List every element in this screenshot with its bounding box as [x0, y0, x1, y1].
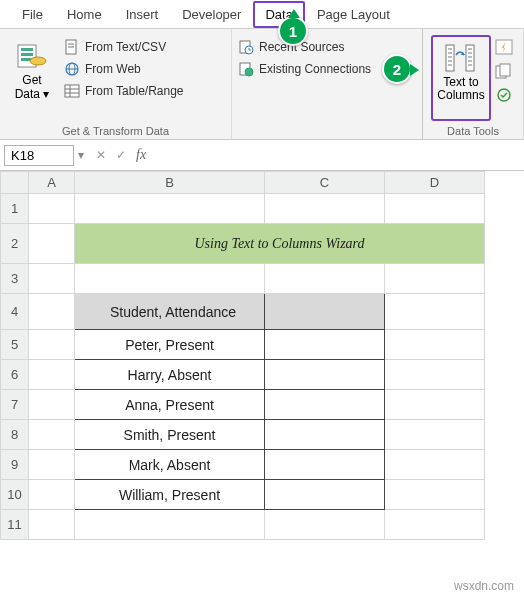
text-to-columns-icon [444, 43, 478, 73]
svg-rect-2 [21, 53, 33, 56]
group-get-transform: Get Data ▾ From Text/CSV From Web From T… [0, 29, 232, 139]
row-header[interactable]: 3 [1, 264, 29, 294]
cell[interactable]: Anna, Present [75, 390, 265, 420]
fx-icon[interactable]: fx [136, 147, 146, 163]
group-get-transform-2: Recent Sources Existing Connections [232, 29, 423, 139]
row-header[interactable]: 5 [1, 330, 29, 360]
group-label-get-transform: Get & Transform Data [0, 125, 231, 137]
tab-insert[interactable]: Insert [114, 1, 171, 28]
cell[interactable] [265, 360, 385, 390]
recent-icon [238, 39, 254, 55]
svg-rect-33 [500, 64, 510, 76]
row-header[interactable]: 8 [1, 420, 29, 450]
from-web-button[interactable]: From Web [64, 61, 184, 77]
enter-formula-icon[interactable]: ✓ [116, 148, 126, 162]
row-header[interactable]: 1 [1, 194, 29, 224]
data-validation-icon[interactable] [495, 87, 515, 105]
ribbon-tabs: File Home Insert Developer Data Page Lay… [0, 0, 524, 29]
chevron-down-icon: ▾ [43, 87, 49, 101]
group-data-tools: Text to Columns Data Tools [423, 29, 524, 139]
row-header[interactable]: 2 [1, 224, 29, 264]
cell[interactable] [265, 450, 385, 480]
cell[interactable] [265, 480, 385, 510]
col-header-C[interactable]: C [265, 172, 385, 194]
callout-1: 1 [278, 16, 308, 46]
name-box[interactable]: K18 [4, 145, 74, 166]
chevron-down-icon[interactable]: ▾ [78, 148, 84, 162]
tab-developer[interactable]: Developer [170, 1, 253, 28]
select-all-cell[interactable] [1, 172, 29, 194]
watermark: wsxdn.com [454, 579, 514, 593]
row-header[interactable]: 9 [1, 450, 29, 480]
cell[interactable]: Peter, Present [75, 330, 265, 360]
row-header[interactable]: 6 [1, 360, 29, 390]
tab-file[interactable]: File [10, 1, 55, 28]
data-tools-small [493, 33, 517, 123]
svg-rect-1 [21, 48, 33, 51]
worksheet-grid[interactable]: A B C D 1 2 Using Text to Columns Wizard… [0, 171, 485, 540]
group-label-data-tools: Data Tools [423, 125, 523, 137]
table-header[interactable]: Student, Attendance [75, 294, 265, 330]
flash-fill-icon[interactable] [495, 39, 515, 57]
recent-sources-button[interactable]: Recent Sources [238, 39, 416, 55]
tab-home[interactable]: Home [55, 1, 114, 28]
cell[interactable] [265, 420, 385, 450]
cell[interactable]: Mark, Absent [75, 450, 265, 480]
col-header-D[interactable]: D [385, 172, 485, 194]
row-header[interactable]: 11 [1, 510, 29, 540]
formula-bar: K18 ▾ ✕ ✓ fx [0, 140, 524, 171]
cell[interactable]: Smith, Present [75, 420, 265, 450]
col-header-A[interactable]: A [29, 172, 75, 194]
cell[interactable]: William, Present [75, 480, 265, 510]
document-icon [64, 39, 80, 55]
svg-rect-11 [65, 85, 79, 97]
table-icon [64, 83, 80, 99]
row-header[interactable]: 10 [1, 480, 29, 510]
from-table-range-button[interactable]: From Table/Range [64, 83, 184, 99]
title-cell[interactable]: Using Text to Columns Wizard [75, 224, 485, 264]
get-data-button[interactable]: Get Data ▾ [6, 33, 58, 101]
callout-2: 2 [382, 54, 412, 84]
cell[interactable] [265, 390, 385, 420]
remove-duplicates-icon[interactable] [495, 63, 515, 81]
svg-point-18 [245, 68, 253, 76]
row-header[interactable]: 7 [1, 390, 29, 420]
ribbon: Get Data ▾ From Text/CSV From Web From T… [0, 29, 524, 140]
from-text-csv-button[interactable]: From Text/CSV [64, 39, 184, 55]
text-to-columns-button[interactable]: Text to Columns [431, 35, 491, 121]
cell[interactable] [265, 330, 385, 360]
globe-icon [64, 61, 80, 77]
cancel-formula-icon[interactable]: ✕ [96, 148, 106, 162]
col-header-B[interactable]: B [75, 172, 265, 194]
svg-point-4 [30, 57, 46, 65]
table-header-empty[interactable] [265, 294, 385, 330]
row-header[interactable]: 4 [1, 294, 29, 330]
tab-page-layout[interactable]: Page Layout [305, 1, 402, 28]
connection-icon [238, 61, 254, 77]
cell[interactable]: Harry, Absent [75, 360, 265, 390]
